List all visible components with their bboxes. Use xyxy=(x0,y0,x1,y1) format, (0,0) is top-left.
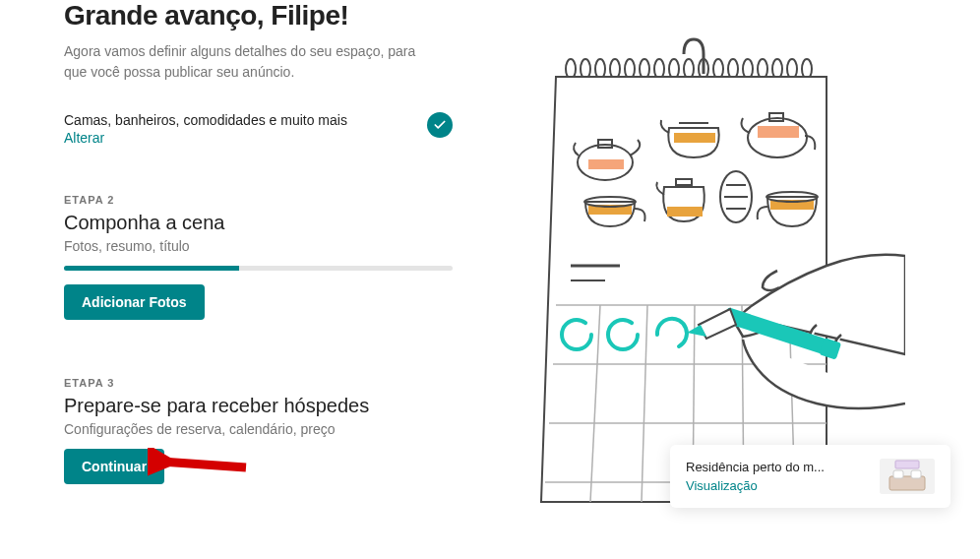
preview-link[interactable]: Visualização xyxy=(686,478,758,493)
continue-button[interactable]: Continuar xyxy=(64,449,164,484)
step2-description: Fotos, resumo, título xyxy=(64,238,472,254)
svg-rect-53 xyxy=(911,470,921,478)
svg-rect-54 xyxy=(895,461,919,468)
page-subtitle: Agora vamos definir alguns detalhes do s… xyxy=(64,41,428,83)
svg-rect-20 xyxy=(674,133,715,143)
step2-title: Componha a cena xyxy=(64,212,472,234)
illustration-panel: Residência perto do m... Visualização xyxy=(472,0,980,516)
svg-rect-52 xyxy=(893,470,903,478)
step1-description: Camas, banheiros, comodidades e muito ma… xyxy=(64,112,347,128)
add-photos-button[interactable]: Adicionar Fotos xyxy=(64,284,205,320)
step3-section: ETAPA 3 Prepare-se para receber hóspedes… xyxy=(64,377,472,484)
step2-progress xyxy=(64,266,453,271)
svg-rect-18 xyxy=(588,159,624,169)
step3-label: ETAPA 3 xyxy=(64,377,472,389)
page-title: Grande avanço, Filipe! xyxy=(64,0,472,31)
step1-edit-link[interactable]: Alterar xyxy=(64,130,104,146)
step2-label: ETAPA 2 xyxy=(64,194,472,206)
step1-row: Camas, banheiros, comodidades e muito ma… xyxy=(64,112,453,147)
svg-rect-27 xyxy=(667,207,703,217)
step3-title: Prepare-se para receber hóspedes xyxy=(64,395,472,417)
step2-section: ETAPA 2 Componha a cena Fotos, resumo, t… xyxy=(64,194,472,320)
step3-description: Configurações de reserva, calendário, pr… xyxy=(64,421,472,437)
check-icon xyxy=(427,112,453,138)
calendar-illustration xyxy=(472,30,905,512)
svg-rect-23 xyxy=(758,126,799,138)
preview-card[interactable]: Residência perto do m... Visualização xyxy=(670,445,950,508)
step2-progress-fill xyxy=(64,266,239,271)
preview-thumbnail xyxy=(880,459,935,494)
preview-title: Residência perto do m... xyxy=(686,460,880,474)
